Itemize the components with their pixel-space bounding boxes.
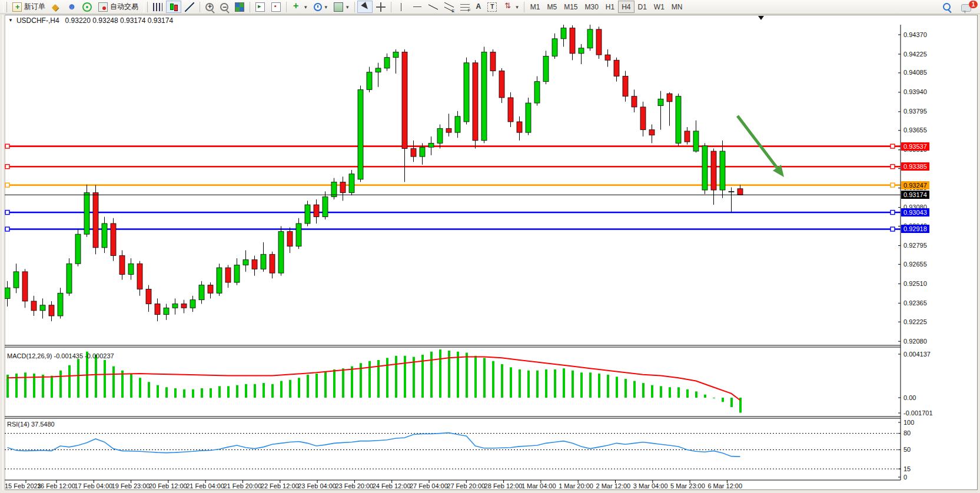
macd-histogram-bar — [324, 372, 327, 398]
macd-histogram-bar — [386, 358, 388, 398]
macd-histogram-bar — [580, 372, 583, 398]
hline-price-flag[interactable]: 0.93537 — [901, 142, 929, 151]
candle-body — [128, 264, 134, 274]
chart-candles-button[interactable] — [166, 1, 181, 13]
trendline-button[interactable] — [426, 1, 441, 13]
price-tick-label: 0.93940 — [903, 88, 927, 95]
arrows-button[interactable] — [500, 1, 521, 13]
candle-body — [5, 288, 10, 298]
candle-body — [111, 224, 116, 256]
time-axis-label: 17 Feb 04:00 — [74, 482, 112, 489]
hline-price-flag[interactable]: 0.93043 — [901, 208, 929, 216]
timeframe-button-w1[interactable]: W1 — [650, 1, 668, 13]
chart-title: USDCHF-,H40.93220 0.93248 0.93174 0.9317… — [8, 16, 173, 25]
hline-anchor[interactable] — [5, 144, 9, 148]
hline-anchor[interactable] — [891, 227, 895, 231]
horizontal-line-button[interactable] — [410, 1, 425, 13]
candle-body — [596, 29, 602, 55]
text-label-button[interactable]: T — [484, 1, 500, 13]
deposit-button[interactable] — [49, 1, 63, 13]
hline-anchor[interactable] — [891, 165, 895, 169]
tile-windows-button[interactable] — [232, 1, 247, 13]
hline-anchor[interactable] — [891, 144, 895, 148]
macd-histogram-bar — [722, 398, 724, 402]
vertical-line-button[interactable] — [394, 1, 409, 13]
chart-bars-button[interactable] — [150, 1, 165, 13]
cursor-button[interactable] — [357, 1, 373, 13]
template-icon — [334, 2, 343, 12]
time-axis-label: 16 Feb 12:00 — [37, 482, 75, 489]
timeframe-button-m1[interactable]: M1 — [527, 1, 544, 13]
price-tick-label: 0.92655 — [903, 261, 927, 268]
candle-body — [676, 96, 681, 144]
timeframe-button-d1[interactable]: D1 — [634, 1, 650, 13]
zoom-out-button[interactable] — [217, 1, 231, 13]
auto-scroll-button[interactable] — [253, 1, 268, 13]
channel-sub-label: E — [451, 8, 454, 14]
toolbar-grip[interactable] — [144, 2, 148, 12]
signals-button[interactable] — [79, 1, 95, 13]
timeframe-button-mn[interactable]: MN — [668, 1, 686, 13]
new-order-label: 新订单 — [24, 2, 45, 12]
time-axis-label: 19 Feb 23:00 — [112, 482, 150, 489]
timeframe-button-m15[interactable]: M15 — [560, 1, 581, 13]
macd-histogram-bar — [413, 357, 415, 398]
fibonacci-button[interactable]: F — [457, 1, 473, 13]
macd-histogram-bar — [148, 382, 150, 398]
zoom-in-button[interactable] — [202, 1, 217, 13]
hline-price-flag[interactable]: 0.93385 — [901, 162, 929, 171]
timeframe-button-m5[interactable]: M5 — [543, 1, 560, 13]
candle-body — [570, 28, 575, 54]
crosshair-button[interactable] — [373, 1, 388, 13]
hline-price-flag[interactable]: 0.92918 — [901, 225, 929, 233]
hline-anchor[interactable] — [5, 211, 9, 215]
macd-histogram-bar — [263, 383, 265, 398]
community-button[interactable] — [64, 1, 79, 13]
hline-anchor[interactable] — [891, 211, 895, 215]
auto-trading-button[interactable]: 自动交易 — [95, 1, 141, 13]
chart-shift-button[interactable] — [268, 1, 284, 13]
macd-histogram-bar — [704, 395, 706, 398]
hline-anchor[interactable] — [5, 227, 9, 231]
price-tick-label: 0.92510 — [903, 280, 927, 287]
bar-chart-icon — [153, 3, 162, 11]
chart-dropdown-icon[interactable] — [8, 16, 16, 25]
candle-body — [49, 305, 54, 316]
chart-shift-marker[interactable] — [758, 16, 764, 20]
timeframe-button-m30[interactable]: M30 — [581, 1, 602, 13]
hline-price-flag[interactable]: 0.93247 — [901, 181, 929, 189]
macd-histogram-bar — [236, 385, 238, 398]
trend-arrow-shaft[interactable] — [738, 116, 777, 168]
chart-canvas[interactable] — [0, 0, 980, 493]
templates-button[interactable] — [331, 1, 352, 13]
toolbar-grip[interactable] — [3, 2, 7, 12]
hline-anchor[interactable] — [5, 183, 9, 187]
text-button[interactable]: A — [473, 1, 484, 13]
timeframe-button-h1[interactable]: H1 — [602, 1, 618, 13]
time-axis-label: 6 Mar 12:00 — [707, 482, 742, 489]
hline-anchor[interactable] — [5, 165, 9, 169]
candle-body — [640, 107, 646, 130]
macd-histogram-bar — [501, 364, 503, 398]
periods-button[interactable] — [311, 1, 331, 13]
hline-anchor[interactable] — [891, 183, 895, 187]
candle-body — [40, 305, 45, 311]
new-order-button[interactable]: 新订单 — [9, 1, 48, 13]
search-button[interactable] — [940, 1, 954, 13]
vertical-line-icon — [397, 2, 406, 12]
channel-icon: E — [444, 2, 454, 12]
candle-body — [93, 193, 98, 248]
chart-line-button[interactable] — [182, 1, 197, 13]
indicators-button[interactable] — [289, 1, 310, 13]
channel-button[interactable]: E — [441, 1, 457, 13]
macd-histogram-bar — [59, 371, 62, 398]
auto-trading-icon — [98, 2, 108, 12]
macd-histogram-bar — [519, 369, 521, 398]
macd-histogram-bar — [713, 398, 715, 398]
auto-scroll-icon — [255, 2, 265, 12]
candle-body — [261, 254, 266, 269]
candle-body — [534, 82, 540, 103]
macd-histogram-bar — [192, 389, 194, 398]
candle-body — [278, 232, 284, 274]
timeframe-button-h4[interactable]: H4 — [618, 1, 634, 13]
